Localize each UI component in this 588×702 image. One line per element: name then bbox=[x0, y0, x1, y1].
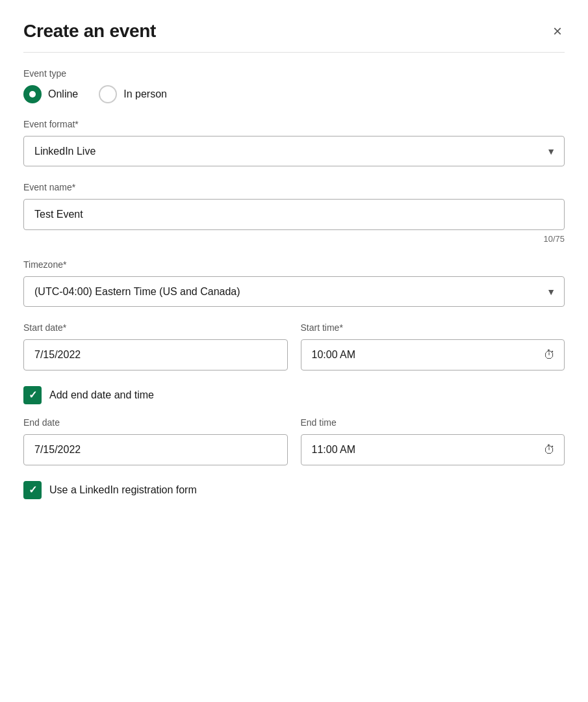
radio-in-person-label: In person bbox=[123, 88, 167, 100]
radio-online-label: Online bbox=[48, 88, 78, 100]
close-button[interactable]: × bbox=[550, 21, 565, 42]
start-date-label: Start date* bbox=[23, 322, 288, 333]
start-datetime-row: Start date* Start time* ⏱ bbox=[23, 322, 565, 370]
start-time-label: Start time* bbox=[301, 322, 565, 333]
event-format-select-wrapper: LinkedIn Live Audio event Other ▼ bbox=[23, 136, 565, 166]
event-format-label: Event format* bbox=[23, 119, 565, 129]
event-format-select[interactable]: LinkedIn Live Audio event Other bbox=[23, 136, 565, 166]
event-format-section: Event format* LinkedIn Live Audio event … bbox=[23, 119, 565, 166]
end-time-field: End time ⏱ bbox=[301, 417, 565, 465]
end-date-input[interactable] bbox=[23, 434, 288, 465]
end-time-input[interactable] bbox=[301, 434, 565, 465]
event-name-label: Event name* bbox=[23, 182, 565, 192]
event-name-section: Event name* 10/75 bbox=[23, 182, 565, 244]
timezone-select-wrapper: (UTC-04:00) Eastern Time (US and Canada)… bbox=[23, 276, 565, 307]
registration-form-row[interactable]: ✓ Use a LinkedIn registration form bbox=[23, 481, 565, 499]
create-event-dialog: Create an event × Event type Online In p… bbox=[0, 0, 588, 702]
end-time-input-wrapper: ⏱ bbox=[301, 434, 565, 465]
registration-form-checkmark: ✓ bbox=[29, 485, 37, 495]
timezone-section: Timezone* (UTC-04:00) Eastern Time (US a… bbox=[23, 259, 565, 307]
dialog-header: Create an event × bbox=[23, 21, 565, 53]
end-datetime-row: End date End time ⏱ bbox=[23, 417, 565, 465]
end-date-field: End date bbox=[23, 417, 288, 465]
registration-form-checkbox[interactable]: ✓ bbox=[23, 481, 42, 499]
event-name-char-count: 10/75 bbox=[23, 234, 565, 244]
end-time-label: End time bbox=[301, 417, 565, 428]
timezone-label: Timezone* bbox=[23, 259, 565, 270]
dialog-title: Create an event bbox=[23, 21, 156, 42]
end-datetime-section: End date End time ⏱ bbox=[23, 417, 565, 465]
start-time-input[interactable] bbox=[301, 339, 565, 370]
start-time-input-wrapper: ⏱ bbox=[301, 339, 565, 370]
radio-option-in-person[interactable]: In person bbox=[99, 85, 167, 103]
start-time-field: Start time* ⏱ bbox=[301, 322, 565, 370]
registration-form-label: Use a LinkedIn registration form bbox=[49, 484, 197, 496]
radio-online-indicator bbox=[23, 85, 42, 103]
event-name-input[interactable] bbox=[23, 199, 565, 230]
radio-in-person-indicator bbox=[99, 85, 117, 103]
start-date-input[interactable] bbox=[23, 339, 288, 370]
event-type-radio-group: Online In person bbox=[23, 85, 565, 103]
add-end-datetime-row[interactable]: ✓ Add end date and time bbox=[23, 386, 565, 404]
close-icon: × bbox=[553, 23, 562, 39]
add-end-datetime-checkmark: ✓ bbox=[29, 390, 37, 400]
event-type-section: Event type Online In person bbox=[23, 68, 565, 103]
event-type-label: Event type bbox=[23, 68, 565, 79]
radio-online-inner bbox=[29, 91, 36, 98]
add-end-datetime-checkbox[interactable]: ✓ bbox=[23, 386, 42, 404]
timezone-select[interactable]: (UTC-04:00) Eastern Time (US and Canada)… bbox=[23, 276, 565, 307]
end-date-label: End date bbox=[23, 417, 288, 428]
start-datetime-section: Start date* Start time* ⏱ bbox=[23, 322, 565, 370]
add-end-datetime-label: Add end date and time bbox=[49, 389, 154, 401]
radio-option-online[interactable]: Online bbox=[23, 85, 78, 103]
start-date-field: Start date* bbox=[23, 322, 288, 370]
